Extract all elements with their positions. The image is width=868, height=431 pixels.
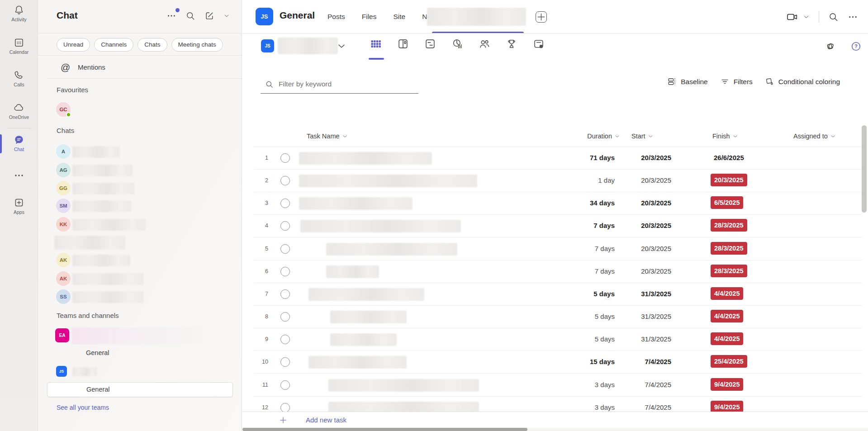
team-item[interactable]: EA: [38, 328, 242, 346]
redacted-task-name: [299, 152, 432, 165]
redacted-task-name: [299, 197, 413, 210]
chat-list-item[interactable]: AK: [38, 271, 242, 288]
task-row-6[interactable]: 67 days20/3/202528/3/2025: [254, 260, 862, 283]
rail-item-activity[interactable]: Activity: [0, 5, 38, 22]
keyword-filter-input[interactable]: [279, 78, 410, 90]
task-complete-radio[interactable]: [280, 267, 290, 276]
task-complete-radio[interactable]: [280, 176, 290, 185]
timeline-view-icon[interactable]: [424, 38, 436, 50]
task-complete-radio[interactable]: [280, 244, 290, 254]
baseline-button[interactable]: Baseline: [667, 77, 707, 86]
task-complete-radio[interactable]: [280, 335, 290, 344]
assignments-view-icon[interactable]: [533, 38, 545, 50]
task-row-2[interactable]: 21 day20/3/202520/3/2025: [254, 170, 862, 192]
channel-item-general-selected[interactable]: General: [47, 382, 233, 397]
task-row-9[interactable]: 95 days31/3/20254/4/2025: [254, 328, 862, 351]
active-view-underline: [369, 58, 384, 60]
meet-camera-icon[interactable]: [786, 11, 798, 23]
filters-button[interactable]: Filters: [720, 77, 753, 86]
column-header-start[interactable]: Start: [631, 133, 654, 140]
task-start-date: 20/3/2025: [633, 154, 671, 161]
filter-pill-channels[interactable]: Channels: [94, 38, 133, 52]
task-row-10[interactable]: 1015 days7/4/202525/4/2025: [254, 351, 862, 374]
task-row-8[interactable]: 85 days31/3/20254/4/2025: [254, 306, 862, 328]
help-icon[interactable]: ?: [850, 41, 862, 52]
task-complete-radio[interactable]: [280, 221, 290, 231]
task-complete-radio[interactable]: [280, 289, 290, 299]
chat-list-item[interactable]: GG: [38, 181, 242, 197]
column-header-task-name[interactable]: Task Name: [307, 133, 348, 140]
filter-pill-chats[interactable]: Chats: [138, 38, 167, 52]
task-row-5[interactable]: 57 days20/3/202528/3/2025: [254, 238, 862, 260]
redacted-team-name: [72, 367, 97, 376]
more-options-icon[interactable]: [848, 12, 858, 22]
mentions-item[interactable]: @ Mentions: [38, 56, 242, 78]
rail-item-onedrive[interactable]: OneDrive: [0, 102, 38, 120]
vertical-scrollbar-thumb[interactable]: [862, 125, 867, 213]
chevron-down-icon[interactable]: [223, 11, 230, 21]
tab-posts[interactable]: Posts: [327, 13, 345, 21]
task-complete-radio[interactable]: [280, 380, 290, 390]
add-new-task-row[interactable]: Add new task: [242, 412, 868, 428]
rail-item-chat[interactable]: Chat: [0, 134, 38, 152]
filter-pill-meeting-chats[interactable]: Meeting chats: [171, 38, 223, 52]
people-view-icon[interactable]: [479, 38, 490, 50]
favourite-chat-item[interactable]: GC: [38, 102, 242, 118]
rail-item-calendar[interactable]: Calendar: [0, 37, 38, 55]
redacted-chat-name: [72, 146, 120, 158]
chat-list-item[interactable]: AG: [38, 163, 242, 179]
chat-list-item[interactable]: A: [38, 144, 242, 161]
rail-item-calls[interactable]: Calls: [0, 70, 38, 87]
team-item[interactable]: JS: [38, 366, 242, 378]
teams-section-label: Teams and channels: [57, 312, 119, 319]
task-complete-radio[interactable]: [280, 199, 290, 208]
task-row-7[interactable]: 75 days31/3/20254/4/2025: [254, 283, 862, 306]
chat-list-item[interactable]: SM: [38, 199, 242, 215]
search-icon[interactable]: [828, 12, 839, 22]
rail-item-more[interactable]: [0, 170, 38, 181]
task-row-3[interactable]: 334 days20/3/20256/5/2025: [254, 192, 862, 215]
task-complete-radio[interactable]: [280, 403, 290, 412]
see-all-teams-link[interactable]: See all your teams: [57, 404, 109, 411]
add-tab-button[interactable]: [536, 11, 547, 23]
redacted-task-name: [328, 379, 479, 392]
task-row-4[interactable]: 47 days20/3/202528/3/2025: [254, 215, 862, 237]
task-row-11[interactable]: 113 days7/4/20259/4/2025: [254, 374, 862, 397]
redacted-task-name: [308, 288, 424, 301]
chat-list-item[interactable]: KK: [38, 217, 242, 233]
new-chat-icon[interactable]: [204, 11, 214, 21]
row-number: 12: [254, 404, 268, 411]
board-view-icon[interactable]: [397, 38, 409, 50]
task-complete-radio[interactable]: [280, 357, 290, 367]
conditional-coloring-button[interactable]: Conditional coloring: [765, 77, 840, 86]
column-header-assigned-to[interactable]: Assigned to: [793, 133, 836, 140]
task-complete-radio[interactable]: [280, 312, 290, 322]
redacted-active-tab[interactable]: [427, 8, 526, 26]
task-finish-cell: 25/4/2025: [711, 355, 747, 368]
task-complete-radio[interactable]: [280, 153, 290, 163]
column-label: Task Name: [307, 133, 340, 140]
chat-list-item[interactable]: [38, 235, 242, 251]
search-icon[interactable]: [185, 11, 195, 21]
chevron-down-icon[interactable]: [803, 14, 810, 20]
redacted-chat-name: [72, 183, 134, 194]
filter-pill-unread[interactable]: Unread: [57, 38, 90, 52]
chat-list-item[interactable]: SS: [38, 289, 242, 306]
tab-files[interactable]: Files: [362, 13, 377, 21]
grid-view-icon[interactable]: [370, 38, 382, 50]
goals-view-icon[interactable]: [506, 38, 517, 50]
column-header-duration[interactable]: Duration: [532, 133, 620, 140]
column-header-finish[interactable]: Finish: [712, 133, 738, 140]
active-tab-underline: [432, 32, 524, 33]
row-number: 4: [254, 223, 268, 229]
channel-item-general[interactable]: General: [86, 349, 109, 356]
charts-view-icon[interactable]: [451, 38, 463, 50]
chat-list-item[interactable]: AK: [38, 253, 242, 269]
copilot-icon[interactable]: [825, 41, 836, 52]
horizontal-scrollbar-thumb[interactable]: [242, 428, 527, 431]
task-row-1[interactable]: 171 days20/3/202526/6/2025: [254, 147, 862, 170]
chevron-down-icon[interactable]: [337, 41, 346, 51]
more-options-icon[interactable]: [166, 11, 176, 21]
tab-site[interactable]: Site: [394, 13, 406, 21]
rail-item-apps[interactable]: Apps: [0, 197, 38, 215]
